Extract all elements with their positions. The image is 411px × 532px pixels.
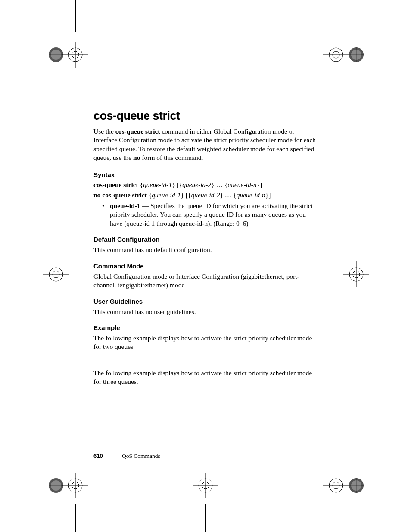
command-mode-heading: Command Mode	[93, 262, 318, 270]
registration-mark-icon	[190, 470, 221, 501]
cropmark	[336, 504, 336, 532]
syntax-arg: queue-id-n	[227, 181, 256, 188]
page-title: cos-queue strict	[93, 109, 318, 123]
footer-section-name: QoS Commands	[122, 453, 160, 459]
intro-text-1: Use the	[93, 128, 115, 135]
user-guidelines-heading: User Guidelines	[93, 298, 318, 305]
cropmark	[377, 485, 411, 485]
default-config-text: This command has no default configuratio…	[93, 246, 318, 254]
intro-paragraph: Use the cos-queue strict command in eith…	[93, 127, 318, 162]
footer-separator	[112, 454, 112, 460]
cropmark	[75, 504, 76, 532]
syntax-cmd-1: cos-queue strict	[93, 181, 138, 188]
cropmark	[377, 274, 411, 274]
bullet-label: queue-id-1	[110, 202, 140, 209]
cropmark	[75, 0, 76, 32]
syntax-heading: Syntax	[93, 171, 318, 178]
page-number: 610	[93, 453, 103, 459]
registration-mark-icon	[341, 40, 371, 70]
syntax-arg: queue-id-2	[191, 191, 220, 199]
syntax-line-2: no cos-queue strict {queue-id-1} [{queue…	[93, 191, 318, 199]
syntax-arg: queue-id-1	[143, 181, 172, 188]
cropmark	[0, 274, 34, 274]
cropmark	[377, 54, 411, 54]
registration-mark-icon	[341, 470, 371, 501]
syntax-cmd-2: no cos-queue strict	[93, 191, 147, 199]
cropmark	[206, 504, 206, 532]
cropmark	[0, 54, 34, 54]
syntax-arg: queue-id-1	[152, 191, 181, 199]
user-guidelines-text: This command has no user guidelines.	[93, 308, 318, 316]
syntax-bullet-item: queue-id-1 — Specifies the queue ID for …	[102, 202, 318, 228]
page-footer: 610 QoS Commands	[93, 453, 160, 460]
bullet-desc: — Specifies the queue ID for which you a…	[110, 202, 313, 227]
example-heading: Example	[93, 324, 318, 331]
syntax-bullet-list: queue-id-1 — Specifies the queue ID for …	[93, 202, 318, 228]
command-mode-text: Global Configuration mode or Interface C…	[93, 272, 318, 290]
registration-mark-icon	[60, 470, 90, 501]
default-config-heading: Default Configuration	[93, 236, 318, 243]
registration-mark-icon	[41, 259, 71, 289]
intro-bold-1: cos-queue strict	[115, 128, 160, 135]
syntax-arg: queue-id-n	[237, 191, 265, 199]
page-content: cos-queue strict Use the cos-queue stric…	[93, 109, 318, 392]
cropmark	[336, 0, 336, 32]
syntax-arg: queue-id-2	[182, 181, 211, 188]
example-text-2: The following example displays how to ac…	[93, 369, 318, 386]
registration-mark-icon	[60, 40, 90, 70]
example-text-1: The following example displays how to ac…	[93, 334, 318, 352]
syntax-line-1: cos-queue strict {queue-id-1} [{queue-id…	[93, 181, 318, 189]
registration-mark-icon	[341, 259, 371, 289]
intro-text-3: form of this command.	[140, 154, 203, 161]
intro-bold-2: no	[133, 154, 140, 161]
cropmark	[0, 485, 34, 485]
